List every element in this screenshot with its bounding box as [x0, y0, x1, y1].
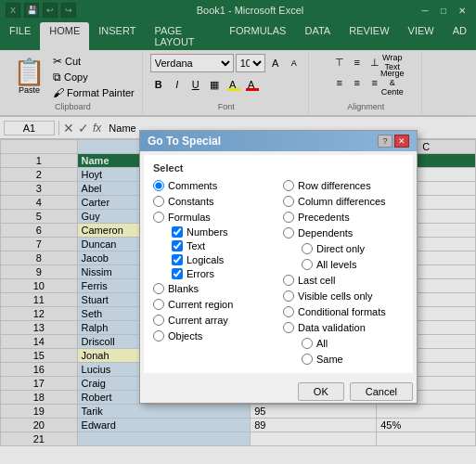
option-data-validation[interactable]: Data validation	[283, 321, 404, 334]
radio-all[interactable]	[302, 338, 313, 349]
option-visible-only[interactable]: Visible cells only	[283, 290, 404, 303]
label-objects: Objects	[168, 330, 202, 342]
dialog-help-btn[interactable]: ?	[378, 135, 392, 148]
label-conditional-fmt: Conditional formats	[298, 306, 386, 317]
option-current-array[interactable]: Current array	[153, 314, 274, 327]
option-logicals[interactable]: Logicals	[172, 254, 274, 265]
option-same[interactable]: Same	[302, 353, 404, 366]
label-precedents: Precedents	[298, 212, 350, 223]
check-logicals[interactable]	[172, 254, 183, 265]
radio-direct-only[interactable]	[302, 243, 313, 254]
label-constants: Constants	[168, 196, 214, 207]
radio-comments[interactable]	[153, 180, 164, 191]
radio-conditional-fmt[interactable]	[283, 306, 294, 317]
option-last-cell[interactable]: Last cell	[283, 274, 404, 287]
radio-data-validation[interactable]	[283, 322, 294, 333]
dialog-right-col: Row differences Column differences Prece…	[283, 179, 404, 366]
label-all: All	[316, 338, 328, 349]
label-visible-only: Visible cells only	[298, 290, 373, 302]
radio-blanks[interactable]	[153, 283, 164, 294]
label-data-validation: Data validation	[298, 322, 366, 333]
radio-current-array[interactable]	[153, 315, 164, 326]
cancel-button[interactable]: Cancel	[350, 382, 413, 401]
radio-last-cell[interactable]	[283, 275, 294, 286]
option-all-levels[interactable]: All levels	[302, 258, 404, 271]
option-formulas[interactable]: Formulas	[153, 211, 274, 224]
option-objects[interactable]: Objects	[153, 329, 274, 342]
radio-formulas[interactable]	[153, 212, 164, 223]
radio-all-levels[interactable]	[302, 259, 313, 270]
radio-same[interactable]	[302, 354, 313, 365]
check-numbers[interactable]	[172, 226, 183, 238]
option-col-diff[interactable]: Column differences	[283, 195, 404, 208]
radio-dependents[interactable]	[283, 227, 294, 238]
radio-precedents[interactable]	[283, 212, 294, 223]
radio-visible-only[interactable]	[283, 290, 294, 302]
dialog-overlay: Go To Special ? ✕ Select Comments Consta…	[0, 0, 476, 464]
label-col-diff: Column differences	[298, 196, 386, 207]
option-current-region[interactable]: Current region	[153, 298, 274, 311]
label-errors: Errors	[187, 268, 214, 279]
option-all[interactable]: All	[302, 337, 404, 350]
goto-special-dialog: Go To Special ? ✕ Select Comments Consta…	[139, 130, 418, 404]
dialog-left-col: Comments Constants Formulas Numbers	[153, 179, 274, 366]
option-comments[interactable]: Comments	[153, 179, 274, 192]
radio-row-diff[interactable]	[283, 180, 294, 191]
label-blanks: Blanks	[168, 283, 199, 294]
dialog-body: Select Comments Constants Formulas	[144, 155, 413, 373]
radio-col-diff[interactable]	[283, 196, 294, 207]
dialog-options: Comments Constants Formulas Numbers	[153, 179, 404, 366]
option-dependents[interactable]: Dependents	[283, 226, 404, 239]
radio-current-region[interactable]	[153, 299, 164, 310]
dialog-title-buttons: ? ✕	[378, 135, 409, 148]
label-row-diff: Row differences	[298, 180, 371, 191]
option-constants[interactable]: Constants	[153, 195, 274, 208]
dialog-buttons: OK Cancel	[140, 377, 417, 403]
radio-objects[interactable]	[153, 330, 164, 342]
label-logicals: Logicals	[187, 254, 224, 265]
option-text[interactable]: Text	[172, 240, 274, 251]
dialog-title-text: Go To Special	[148, 135, 221, 148]
label-last-cell: Last cell	[298, 275, 335, 286]
label-dependents: Dependents	[298, 227, 353, 238]
option-blanks[interactable]: Blanks	[153, 282, 274, 295]
option-errors[interactable]: Errors	[172, 268, 274, 279]
label-comments: Comments	[168, 180, 217, 191]
dialog-title-bar: Go To Special ? ✕	[140, 131, 417, 151]
option-direct-only[interactable]: Direct only	[302, 242, 404, 255]
label-numbers: Numbers	[187, 226, 228, 238]
label-current-region: Current region	[168, 299, 233, 310]
option-conditional-fmt[interactable]: Conditional formats	[283, 305, 404, 318]
label-same: Same	[316, 354, 343, 365]
option-row-diff[interactable]: Row differences	[283, 179, 404, 192]
radio-constants[interactable]	[153, 196, 164, 207]
label-formulas: Formulas	[168, 212, 211, 223]
option-precedents[interactable]: Precedents	[283, 211, 404, 224]
dialog-section-title: Select	[153, 162, 404, 174]
option-numbers[interactable]: Numbers	[172, 226, 274, 238]
label-all-levels: All levels	[316, 259, 356, 270]
dialog-close-btn[interactable]: ✕	[394, 135, 409, 148]
label-current-array: Current array	[168, 315, 228, 326]
check-errors[interactable]	[172, 268, 183, 279]
check-text[interactable]	[172, 240, 183, 251]
ok-button[interactable]: OK	[298, 382, 344, 401]
label-direct-only: Direct only	[316, 243, 365, 254]
label-text: Text	[187, 240, 205, 251]
